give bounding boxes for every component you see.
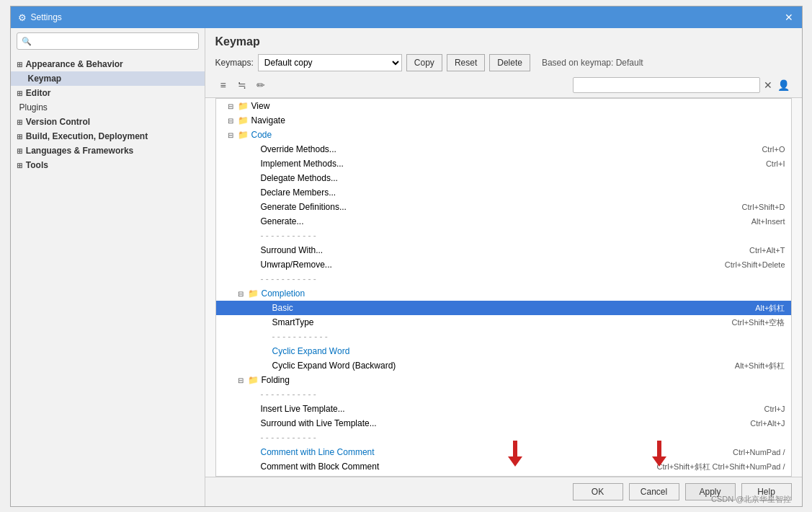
- row-label: Generate...: [259, 216, 751, 226]
- shortcut: Ctrl+I: [766, 159, 791, 168]
- shortcut: Ctrl+O: [762, 145, 790, 154]
- keymap-label: Keymaps:: [215, 58, 254, 68]
- content-area: 🔍 ⊞ Appearance & Behavior Keymap ⊞ Edito…: [11, 28, 802, 506]
- expand-icon: ⊟: [238, 376, 248, 384]
- table-row[interactable]: Cyclic Expand Word: [216, 344, 791, 358]
- expand-all-button[interactable]: ≡: [215, 77, 231, 93]
- separator: - - - - - - - - - - -: [259, 231, 791, 241]
- sidebar-item-build[interactable]: ⊞ Build, Execution, Deployment: [11, 129, 205, 144]
- table-row[interactable]: Override Methods... Ctrl+O: [216, 142, 791, 156]
- table-row[interactable]: ⊟ 📁 Navigate: [216, 113, 791, 128]
- folder-icon: 📁: [238, 115, 249, 125]
- expand-icon: ⊟: [228, 131, 238, 139]
- table-row[interactable]: Basic Alt+斜杠: [216, 301, 791, 315]
- page-title: Keymap: [215, 35, 792, 48]
- expand-icon: ⊟: [238, 290, 248, 298]
- search-right: ✕ 👤: [573, 77, 792, 93]
- table-row[interactable]: Generate Definitions... Ctrl+Shift+D: [216, 200, 791, 214]
- edit-button[interactable]: ✏: [253, 77, 269, 93]
- table-row[interactable]: Unwrap/Remove... Ctrl+Shift+Delete: [216, 257, 791, 272]
- row-label: Declare Members...: [259, 187, 785, 198]
- sidebar-item-plugins[interactable]: Plugins: [11, 100, 205, 115]
- cancel-button[interactable]: Cancel: [629, 483, 679, 500]
- row-label: Folding: [260, 375, 791, 385]
- row-label: Code: [250, 130, 791, 140]
- table-row: - - - - - - - - - - -: [216, 272, 791, 286]
- keymap-actions: ≡ ≒ ✏ ✕ 👤: [215, 77, 792, 93]
- shortcut: Ctrl+Shift+D: [742, 203, 791, 211]
- separator: - - - - - - - - - - -: [259, 389, 791, 400]
- sidebar-item-appearance[interactable]: ⊞ Appearance & Behavior: [11, 57, 205, 71]
- shortcut: Ctrl+Shift+斜杠 Ctrl+Shift+NumPad /: [657, 462, 791, 472]
- separator: - - - - - - - - - - -: [271, 332, 791, 342]
- table-row[interactable]: Cyclic Expand Word (Backward) Alt+Shift+…: [216, 358, 791, 373]
- row-label: Implement Methods...: [259, 159, 766, 169]
- table-row[interactable]: ⊟ 📁 Completion: [216, 286, 791, 301]
- sidebar-item-languages[interactable]: ⊞ Languages & Frameworks: [11, 144, 205, 158]
- row-label: Comment with Block Comment: [259, 462, 657, 472]
- sidebar-item-keymap[interactable]: Keymap: [11, 71, 205, 86]
- table-row: - - - - - - - - - - -: [216, 387, 791, 402]
- expand-icon: ⊟: [228, 102, 238, 110]
- row-label: Basic: [271, 303, 756, 313]
- folder-icon: 📁: [248, 375, 259, 385]
- row-label: SmartType: [271, 317, 732, 327]
- keymap-toolbar: Keymaps: Default copy Copy Reset Delete …: [215, 54, 792, 71]
- sidebar-item-tools[interactable]: ⊞ Tools: [11, 158, 205, 172]
- table-row[interactable]: Insert Live Template... Ctrl+J: [216, 402, 791, 416]
- sidebar-item-editor[interactable]: ⊞ Editor: [11, 86, 205, 100]
- dialog-title: Settings: [31, 12, 62, 22]
- copy-button[interactable]: Copy: [406, 54, 442, 71]
- keymap-search-input[interactable]: [573, 77, 760, 93]
- row-label: Surround with Live Template...: [259, 418, 751, 428]
- table-row[interactable]: Comment with Block Comment Ctrl+Shift+斜杠…: [216, 459, 791, 474]
- table-row: - - - - - - - - - - -: [216, 330, 791, 344]
- separator: - - - - - - - - - - -: [259, 274, 791, 284]
- title-bar-left: ⚙ Settings: [18, 12, 62, 23]
- separator: - - - - - - - - - - -: [259, 433, 791, 443]
- row-label: Cyclic Expand Word (Backward): [271, 361, 735, 371]
- folder-icon: 📁: [238, 101, 249, 111]
- bottom-bar: OK Cancel Apply Help CSDN @北京华星智控: [205, 477, 802, 506]
- shortcut: Alt+斜杠: [755, 303, 790, 314]
- table-row[interactable]: Comment with Line Comment Ctrl+NumPad /: [216, 445, 791, 459]
- shortcut: Ctrl+J: [764, 405, 790, 413]
- watermark: CSDN @北京华星智控: [711, 494, 791, 505]
- expand-icon: ⊟: [228, 117, 238, 125]
- table-row: - - - - - - - - - - -: [216, 229, 791, 243]
- ok-button[interactable]: OK: [573, 483, 623, 500]
- search-icon: 🔍: [22, 37, 32, 46]
- close-button[interactable]: ✕: [783, 12, 795, 23]
- keymap-tree[interactable]: ⊟ 📁 View ⊟ 📁 Navigate ⊟: [215, 98, 792, 477]
- delete-button[interactable]: Delete: [489, 54, 530, 71]
- row-label: Surround With...: [259, 245, 749, 255]
- keymap-select[interactable]: Default copy: [258, 54, 402, 71]
- sidebar: 🔍 ⊞ Appearance & Behavior Keymap ⊞ Edito…: [11, 28, 205, 506]
- table-row[interactable]: ⊟ 📁 Code: [216, 128, 791, 142]
- settings-dialog: ⚙ Settings ✕ 🔍 ⊞ Appearance & Behavior K…: [10, 6, 803, 507]
- sidebar-item-version-control[interactable]: ⊞ Version Control: [11, 115, 205, 129]
- folder-icon: 📁: [248, 288, 259, 299]
- table-row[interactable]: Implement Methods... Ctrl+I: [216, 156, 791, 171]
- table-row[interactable]: SmartType Ctrl+Shift+空格: [216, 315, 791, 330]
- table-row[interactable]: Surround With... Ctrl+Alt+T: [216, 243, 791, 257]
- row-label: Navigate: [250, 115, 791, 125]
- table-row[interactable]: ⊟ 📁 View: [216, 99, 791, 113]
- shortcut: Ctrl+NumPad /: [733, 448, 790, 456]
- table-row[interactable]: Declare Members...: [216, 185, 791, 200]
- table-row[interactable]: Surround with Live Template... Ctrl+Alt+…: [216, 416, 791, 431]
- main-area: Keymap Keymaps: Default copy Copy Reset …: [205, 28, 802, 506]
- table-row[interactable]: ⊟ 📁 Folding: [216, 373, 791, 387]
- table-row[interactable]: Generate... Alt+Insert: [216, 214, 791, 229]
- shortcut: Alt+Insert: [751, 217, 791, 226]
- reset-button[interactable]: Reset: [447, 54, 485, 71]
- table-row[interactable]: Delegate Methods...: [216, 171, 791, 185]
- clear-search-button[interactable]: ✕: [760, 77, 776, 93]
- sidebar-search-box[interactable]: 🔍: [17, 32, 199, 50]
- row-label: Insert Live Template...: [259, 404, 764, 414]
- find-shortcut-button[interactable]: 👤: [776, 77, 792, 93]
- row-label: Unwrap/Remove...: [259, 260, 725, 270]
- sidebar-search-input[interactable]: [32, 36, 194, 46]
- collapse-all-button[interactable]: ≒: [234, 77, 250, 93]
- row-label: Cyclic Expand Word: [271, 346, 791, 356]
